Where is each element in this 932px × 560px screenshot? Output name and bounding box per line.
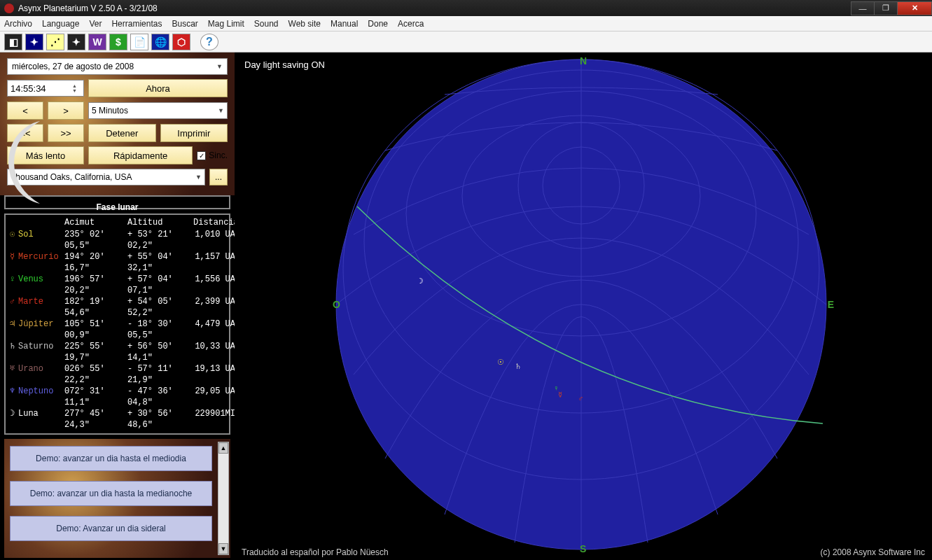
svg-text:☽: ☽: [417, 276, 424, 285]
tool-earth[interactable]: 🌐: [151, 34, 169, 50]
moon-phase-panel: Fase lunar: [4, 195, 230, 209]
faster-button[interactable]: Rápidamente: [88, 146, 193, 164]
planet-row: ♅Urano026° 55' 22,2"- 57° 11' 21,9"19,13…: [10, 363, 225, 386]
footer-copyright: (c) 2008 Asynx Software Inc: [821, 547, 925, 560]
planet-row: ☽Luna277° 45' 24,3"+ 30° 56' 48,6"229901…: [10, 408, 225, 430]
menu-manual[interactable]: Manual: [331, 19, 358, 29]
demo-noon-button[interactable]: Demo: avanzar un dia hasta el mediodia: [10, 446, 212, 471]
title-bar: Asynx Planetarium V 2.50 A - 3/21/08 — ❐…: [0, 0, 932, 16]
planet-row: ☿Mercurio194° 20' 16,7"+ 55° 04' 32,1"1,…: [10, 251, 225, 274]
location-more-button[interactable]: ...: [209, 169, 228, 186]
app-icon: [4, 4, 14, 13]
demo-scrollbar[interactable]: ▲▼: [218, 442, 229, 555]
planet-row: ♃Júpiter105° 51' 00,9"- 18° 30' 05,5"4,4…: [10, 318, 225, 341]
time-input[interactable]: 14:55:34 ▲▼: [7, 80, 84, 97]
print-button[interactable]: Imprimir: [160, 124, 228, 142]
tool-shield[interactable]: ⬡: [172, 34, 190, 50]
svg-text:♂: ♂: [578, 394, 583, 402]
window-title: Asynx Planetarium V 2.50 A - 3/21/08: [18, 4, 851, 13]
tool-constellations[interactable]: ✦: [25, 34, 43, 50]
footer-credit: Traducido al español por Pablo Nüesch: [242, 547, 389, 560]
maximize-button[interactable]: ❐: [874, 1, 898, 15]
date-input[interactable]: miércoles, 27 de agosto de 2008▼: [7, 58, 228, 75]
tool-copy[interactable]: 📄: [130, 34, 148, 50]
svg-text:♄: ♄: [515, 362, 522, 370]
moon-phase-label: Fase lunar: [96, 202, 138, 212]
close-button[interactable]: ✕: [897, 1, 932, 15]
sky-view[interactable]: Day light saving ON: [235, 52, 932, 560]
svg-text:☉: ☉: [497, 358, 504, 366]
menu-archivo[interactable]: Archivo: [4, 19, 32, 29]
menu-bar: Archivo Language Ver Herramientas Buscar…: [0, 16, 932, 31]
planet-row: ♄Saturno225° 55' 19,7"+ 56° 50' 14,1"10,…: [10, 341, 225, 363]
tool-1[interactable]: ◧: [4, 34, 22, 50]
tool-w[interactable]: W: [88, 34, 106, 50]
demo-sidereal-button[interactable]: Demo: Avanzar un dia sideral: [10, 516, 212, 541]
tool-stars[interactable]: ⋰: [46, 34, 64, 50]
menu-buscar[interactable]: Buscar: [172, 19, 197, 29]
compass-n: N: [580, 55, 587, 66]
menu-done[interactable]: Done: [368, 19, 388, 29]
now-button[interactable]: Ahora: [88, 79, 228, 97]
menu-ver[interactable]: Ver: [89, 19, 102, 29]
menu-sound[interactable]: Sound: [254, 19, 279, 29]
menu-website[interactable]: Web site: [288, 19, 321, 29]
planet-row: ♆Neptuno072° 31' 11,1"- 47° 36' 04,8"29,…: [10, 386, 225, 408]
menu-language[interactable]: Language: [42, 19, 79, 29]
tool-money[interactable]: $: [109, 34, 127, 50]
svg-text:☿: ☿: [558, 391, 562, 398]
menu-acerca[interactable]: Acerca: [398, 19, 424, 29]
compass-e: E: [828, 299, 834, 310]
stop-button[interactable]: Detener: [88, 124, 156, 142]
planet-row: ♀Venus196° 57' 20,2"+ 57° 04' 07,1"1,556…: [10, 274, 225, 296]
toolbar: ◧ ✦ ⋰ ✦ W $ 📄 🌐 ⬡ ?: [0, 31, 932, 52]
demo-midnight-button[interactable]: Demo: avanzar un dia hasta la medianoche: [10, 481, 212, 506]
compass-o: O: [333, 299, 340, 310]
planet-row: ♂Marte182° 19' 54,6"+ 54° 05' 52,2"2,399…: [10, 296, 225, 318]
minimize-button[interactable]: —: [851, 1, 875, 15]
planet-table: Acimut Altitud Distancia ☉Sol235° 02' 05…: [4, 214, 230, 435]
tool-4[interactable]: ✦: [67, 34, 85, 50]
moon-crescent-icon: [8, 114, 71, 205]
step-select[interactable]: 5 Minutos▼: [88, 102, 228, 119]
demo-panel: Demo: avanzar un dia hasta el mediodia D…: [4, 439, 230, 558]
menu-maglimit[interactable]: Mag Limit: [208, 19, 244, 29]
planet-row: ☉Sol235° 02' 05,5"+ 53° 21' 02,2"1,010 U…: [10, 229, 225, 251]
sync-checkbox[interactable]: ✓Sinc.: [197, 150, 228, 160]
menu-herramientas[interactable]: Herramientas: [111, 19, 162, 29]
tool-help[interactable]: ?: [200, 34, 218, 50]
